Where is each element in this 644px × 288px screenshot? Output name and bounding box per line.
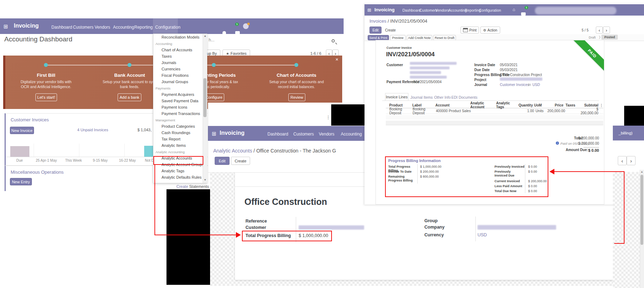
menu-dashboard[interactable]: Dashboard xyxy=(267,132,288,137)
action-button[interactable]: ⚙ Action xyxy=(480,27,500,34)
dropdown-scroll-thumb[interactable] xyxy=(203,78,207,117)
menu-payment-icons[interactable]: Payment Icons xyxy=(153,104,207,110)
scroll-down-icon[interactable]: ▼ xyxy=(204,178,207,182)
journal-value[interactable]: Customer Invoices xyxy=(500,83,529,87)
menu-currencies[interactable]: Currencies xyxy=(153,66,207,72)
menu-configuration[interactable]: Configuration xyxy=(155,25,180,30)
menu-reporting[interactable]: Reporting xyxy=(134,25,153,30)
progress-billing-title-value[interactable]: Office Construction Project xyxy=(500,73,542,77)
due-date-value[interactable]: 05/03/2021 xyxy=(500,68,518,72)
menu-analytic-tags[interactable]: Analytic Tags xyxy=(153,168,207,174)
chat-icon[interactable] xyxy=(521,12,526,16)
menu-vendors[interactable]: Vendors xyxy=(435,8,449,12)
kebab-icon[interactable]: ⋮ xyxy=(326,115,331,120)
create-button[interactable]: Create xyxy=(231,157,250,165)
menu-payment-acquirers[interactable]: Payment Acquirers xyxy=(153,91,207,98)
col-price[interactable]: Price xyxy=(544,103,563,107)
col-account[interactable]: Account xyxy=(435,103,470,107)
menu-accounting[interactable]: Accounting xyxy=(448,8,467,12)
step-dot-4[interactable] xyxy=(294,63,298,67)
menu-customers[interactable]: Customers xyxy=(73,25,94,30)
menu-customers[interactable]: Customers xyxy=(419,8,437,12)
menu-accounting[interactable]: Accounting xyxy=(341,132,362,137)
create-statements-link[interactable]: Create xyxy=(176,184,188,189)
info-icon[interactable]: i xyxy=(556,142,559,145)
step-dot-2[interactable] xyxy=(128,63,131,67)
currency-value[interactable]: USD xyxy=(478,232,487,237)
apps-grid-icon[interactable]: ⊞ xyxy=(367,7,371,13)
menu-journals[interactable]: Journals xyxy=(153,59,207,66)
menu-tax-report[interactable]: Tax Report xyxy=(153,136,207,142)
menu-cash-roundings[interactable]: Cash Roundings xyxy=(153,129,207,136)
search-icon[interactable] xyxy=(332,39,335,42)
journal-currency[interactable]: USD xyxy=(532,83,540,87)
state-draft[interactable]: Draft xyxy=(589,36,596,39)
menu-reporting[interactable]: Reporting xyxy=(465,8,481,12)
search-input[interactable]: h... xyxy=(209,38,215,42)
menu-taxes[interactable]: Taxes xyxy=(153,53,207,59)
menu-dashboard[interactable]: Dashboard xyxy=(402,8,420,12)
pager-prev-button[interactable]: ‹ xyxy=(596,27,603,34)
menu-accounting[interactable]: Accounting xyxy=(113,25,134,30)
menu-chart-of-accounts[interactable]: Chart of Accounts xyxy=(153,47,207,53)
pager-next-button[interactable]: › xyxy=(603,27,610,34)
menu-product-categories[interactable]: Product Categories xyxy=(153,123,207,129)
col-analytic-account[interactable]: Analytic Account xyxy=(470,101,496,109)
col-uom[interactable]: UoM xyxy=(533,103,545,107)
table-kebab-icon[interactable]: ⋮ xyxy=(598,103,603,107)
col-quantity[interactable]: Quantity xyxy=(519,103,533,107)
menu-configuration[interactable]: Configuration xyxy=(479,8,501,12)
scrollbar-up-icon[interactable]: ▲ xyxy=(640,170,643,173)
create-button[interactable]: Create xyxy=(383,27,398,34)
review-button[interactable]: Review xyxy=(288,93,305,101)
print-button[interactable]: Print xyxy=(461,27,479,34)
add-credit-note-button[interactable]: Add Credit Note xyxy=(407,35,432,40)
payment-reference-value[interactable]: INV/2021/05/0004 xyxy=(413,80,442,84)
home-icon[interactable]: ⌂ xyxy=(513,7,515,12)
unpaid-invoices-link[interactable]: 4 Unpaid Invoices xyxy=(77,128,108,132)
col-product[interactable]: Product xyxy=(389,103,412,107)
menu-journal-groups[interactable]: Journal Groups xyxy=(153,79,207,85)
col-subtotal[interactable]: Subtotal xyxy=(578,103,598,107)
col-label[interactable]: Label xyxy=(412,103,435,107)
reset-to-draft-button[interactable]: Reset to Draft xyxy=(433,35,456,40)
menu-dashboard[interactable]: Dashboard xyxy=(51,25,72,30)
menu-saved-payment-data[interactable]: Saved Payment Data xyxy=(153,98,207,104)
scrollbar-thumb[interactable] xyxy=(640,175,643,245)
app-title[interactable]: Invoicing xyxy=(14,23,39,29)
preview-button[interactable]: Preview xyxy=(390,35,406,40)
invoice-line-row[interactable]: Booking Deposit Booking Deposit 400000 P… xyxy=(386,108,603,114)
menu-customers[interactable]: Customers xyxy=(293,132,314,137)
menu-vendors[interactable]: Vendors xyxy=(95,25,110,30)
menu-vendors[interactable]: Vendors xyxy=(319,132,334,137)
pager-prev-button[interactable]: ‹ xyxy=(618,156,627,165)
menu-payment-transactions[interactable]: Payment Transactions xyxy=(153,110,207,117)
add-a-bank-button[interactable]: Add a bank xyxy=(118,93,141,101)
tab-invoice-lines[interactable]: Invoice Lines xyxy=(385,93,408,101)
apps-grid-icon[interactable]: ⊞ xyxy=(212,131,216,137)
lets-start-button[interactable]: Let's start! xyxy=(35,93,57,101)
step-dot-3[interactable] xyxy=(212,63,216,67)
step-dot-1[interactable] xyxy=(44,63,48,67)
tab-other-info[interactable]: Other Info xyxy=(434,94,451,101)
scroll-up-icon[interactable]: ▲ xyxy=(204,34,207,38)
app-title[interactable]: Invoicing xyxy=(220,130,244,136)
bell-icon[interactable] xyxy=(222,31,226,34)
card-title[interactable]: Customer Invoices xyxy=(11,117,49,122)
pager-next-button[interactable]: › xyxy=(627,156,635,165)
new-entry-button[interactable]: New Entry xyxy=(10,178,32,185)
breadcrumb-invoices[interactable]: Invoices xyxy=(369,18,386,24)
edit-button[interactable]: Edit xyxy=(215,157,230,165)
card-title[interactable]: Miscellaneous Operations xyxy=(11,169,64,175)
col-analytic-tags[interactable]: Analytic Tags xyxy=(496,101,519,109)
banner-close-icon[interactable]: × xyxy=(335,57,338,62)
state-posted[interactable]: Posted xyxy=(601,35,618,40)
menu-reconciliation-models[interactable]: Reconciliation Models xyxy=(153,34,207,40)
invoice-date-value[interactable]: 05/03/2021 xyxy=(500,63,518,67)
breadcrumb-analytic-accounts[interactable]: Analytic Accounts xyxy=(213,148,252,154)
menu-analytic-items[interactable]: Analytic Items xyxy=(153,142,207,149)
tab-journal-items[interactable]: Journal Items xyxy=(411,94,433,101)
send-print-button[interactable]: Send & Print xyxy=(368,35,389,40)
menu-analytic-defaults-rules[interactable]: Analytic Defaults Rules xyxy=(153,174,207,180)
chart-bar-not-due[interactable] xyxy=(144,146,154,157)
